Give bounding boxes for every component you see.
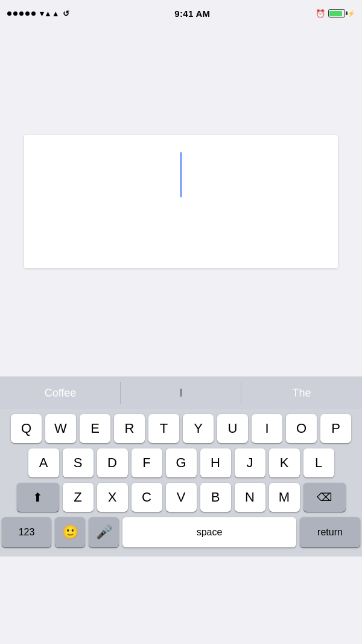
charging-icon: ⚡ [348, 10, 355, 17]
space-key[interactable]: space [122, 517, 296, 547]
battery-icon: ⚡ [328, 9, 355, 18]
key-e[interactable]: E [80, 414, 110, 443]
keyboard: Q W E R T Y U I O P A S D F G H J K L ⬆ … [0, 409, 362, 556]
autocomplete-coffee[interactable]: Coffee [0, 377, 121, 409]
signal-icon [7, 11, 36, 16]
key-t[interactable]: T [148, 414, 179, 443]
numbers-key[interactable]: 123 [2, 517, 51, 547]
key-d[interactable]: D [97, 448, 128, 477]
sync-icon: ↺ [63, 9, 69, 18]
microphone-key[interactable]: 🎤 [89, 517, 119, 547]
key-q[interactable]: Q [11, 414, 42, 443]
emoji-icon: 🙂 [62, 524, 78, 540]
key-v[interactable]: V [166, 483, 197, 512]
key-z[interactable]: Z [63, 483, 94, 512]
key-n[interactable]: N [235, 483, 265, 512]
keyboard-row-3: ⬆ Z X C V B N M ⌫ [2, 483, 360, 512]
shift-icon: ⬆ [33, 490, 43, 505]
status-right: ⏰ ⚡ [316, 9, 355, 18]
return-key[interactable]: return [300, 517, 360, 547]
key-b[interactable]: B [200, 483, 231, 512]
key-u[interactable]: U [217, 414, 248, 443]
autocomplete-bar: Coffee I The [0, 377, 362, 409]
key-j[interactable]: J [235, 448, 265, 477]
microphone-icon: 🎤 [96, 524, 112, 540]
text-cursor [180, 152, 182, 197]
key-g[interactable]: G [166, 448, 197, 477]
key-o[interactable]: O [286, 414, 317, 443]
key-i[interactable]: I [252, 414, 282, 443]
key-r[interactable]: R [114, 414, 145, 443]
keyboard-row-2: A S D F G H J K L [2, 448, 360, 477]
wifi-icon: ▾▲▲ [40, 9, 60, 18]
status-left: ▾▲▲ ↺ [7, 9, 69, 18]
delete-icon: ⌫ [317, 491, 332, 504]
key-f[interactable]: F [132, 448, 162, 477]
key-m[interactable]: M [269, 483, 300, 512]
delete-key[interactable]: ⌫ [303, 483, 346, 512]
key-p[interactable]: P [320, 414, 351, 443]
key-y[interactable]: Y [183, 414, 214, 443]
key-k[interactable]: K [269, 448, 300, 477]
keyboard-row-1: Q W E R T Y U I O P [2, 414, 360, 443]
status-bar: ▾▲▲ ↺ 9:41 AM ⏰ ⚡ [0, 0, 362, 27]
key-h[interactable]: H [200, 448, 231, 477]
key-s[interactable]: S [63, 448, 94, 477]
keyboard-row-bottom: 123 🙂 🎤 space return [2, 517, 360, 547]
document-editing-area[interactable] [24, 135, 338, 268]
key-l[interactable]: L [303, 448, 334, 477]
autocomplete-i[interactable]: I [121, 377, 241, 409]
key-w[interactable]: W [45, 414, 76, 443]
autocomplete-the[interactable]: The [241, 377, 362, 409]
key-x[interactable]: X [97, 483, 128, 512]
alarm-icon: ⏰ [316, 9, 325, 18]
main-content-area [0, 27, 362, 377]
emoji-key[interactable]: 🙂 [55, 517, 85, 547]
status-time: 9:41 AM [174, 8, 210, 19]
key-c[interactable]: C [132, 483, 162, 512]
shift-key[interactable]: ⬆ [17, 483, 59, 512]
key-a[interactable]: A [28, 448, 59, 477]
